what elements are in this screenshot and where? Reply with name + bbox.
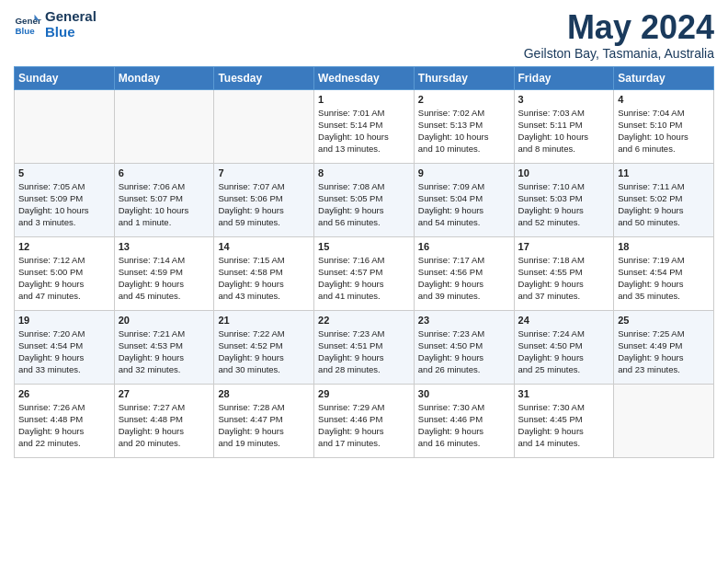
day-number: 3 — [518, 94, 610, 105]
day-info: Sunrise: 7:14 AMSunset: 4:59 PMDaylight:… — [119, 254, 210, 303]
calendar-cell: 11Sunrise: 7:11 AMSunset: 5:02 PMDayligh… — [614, 163, 714, 236]
calendar-cell: 9Sunrise: 7:09 AMSunset: 5:04 PMDaylight… — [414, 163, 514, 236]
day-info: Sunrise: 7:15 AMSunset: 4:58 PMDaylight:… — [218, 254, 310, 303]
weekday-header-saturday: Saturday — [614, 66, 714, 89]
day-info: Sunrise: 7:30 AMSunset: 4:45 PMDaylight:… — [518, 401, 610, 450]
day-info: Sunrise: 7:01 AMSunset: 5:14 PMDaylight:… — [318, 107, 410, 155]
title-area: May 2024 Geilston Bay, Tasmania, Austral… — [524, 9, 714, 61]
day-number: 16 — [418, 241, 510, 252]
day-info: Sunrise: 7:06 AMSunset: 5:07 PMDaylight:… — [119, 180, 210, 229]
calendar-cell: 13Sunrise: 7:14 AMSunset: 4:59 PMDayligh… — [114, 236, 214, 310]
day-number: 29 — [318, 388, 410, 399]
day-number: 24 — [518, 315, 610, 326]
day-info: Sunrise: 7:08 AMSunset: 5:05 PMDaylight:… — [318, 180, 410, 229]
weekday-header-row: SundayMondayTuesdayWednesdayThursdayFrid… — [15, 66, 714, 89]
day-info: Sunrise: 7:05 AMSunset: 5:09 PMDaylight:… — [18, 180, 110, 229]
weekday-header-sunday: Sunday — [15, 66, 115, 89]
location-title: Geilston Bay, Tasmania, Australia — [524, 46, 714, 61]
day-number: 5 — [18, 167, 110, 178]
calendar-cell — [214, 89, 314, 163]
day-number: 10 — [518, 167, 610, 178]
day-info: Sunrise: 7:23 AMSunset: 4:50 PMDaylight:… — [418, 327, 510, 376]
day-number: 22 — [318, 315, 410, 326]
calendar-cell: 3Sunrise: 7:03 AMSunset: 5:11 PMDaylight… — [514, 89, 614, 163]
weekday-header-thursday: Thursday — [414, 66, 514, 89]
day-number: 27 — [119, 388, 210, 399]
calendar-cell: 17Sunrise: 7:18 AMSunset: 4:55 PMDayligh… — [514, 236, 614, 310]
day-number: 31 — [518, 388, 610, 399]
calendar-cell — [15, 89, 115, 163]
day-info: Sunrise: 7:12 AMSunset: 5:00 PMDaylight:… — [18, 254, 110, 303]
day-info: Sunrise: 7:11 AMSunset: 5:02 PMDaylight:… — [618, 180, 710, 229]
calendar-week-row: 12Sunrise: 7:12 AMSunset: 5:00 PMDayligh… — [15, 236, 714, 310]
day-number: 6 — [119, 167, 210, 178]
calendar-cell: 26Sunrise: 7:26 AMSunset: 4:48 PMDayligh… — [15, 384, 115, 457]
day-number: 8 — [318, 167, 410, 178]
svg-text:Blue: Blue — [16, 25, 36, 35]
day-number: 13 — [119, 241, 210, 252]
day-info: Sunrise: 7:09 AMSunset: 5:04 PMDaylight:… — [418, 180, 510, 229]
calendar-cell: 21Sunrise: 7:22 AMSunset: 4:52 PMDayligh… — [214, 310, 314, 384]
calendar-week-row: 26Sunrise: 7:26 AMSunset: 4:48 PMDayligh… — [15, 384, 714, 457]
day-info: Sunrise: 7:26 AMSunset: 4:48 PMDaylight:… — [18, 401, 110, 450]
calendar-cell: 18Sunrise: 7:19 AMSunset: 4:54 PMDayligh… — [614, 236, 714, 310]
calendar-week-row: 5Sunrise: 7:05 AMSunset: 5:09 PMDaylight… — [15, 163, 714, 236]
day-info: Sunrise: 7:10 AMSunset: 5:03 PMDaylight:… — [518, 180, 610, 229]
day-number: 4 — [618, 94, 710, 105]
day-info: Sunrise: 7:24 AMSunset: 4:50 PMDaylight:… — [518, 327, 610, 376]
day-info: Sunrise: 7:27 AMSunset: 4:48 PMDaylight:… — [119, 401, 210, 450]
day-info: Sunrise: 7:28 AMSunset: 4:47 PMDaylight:… — [218, 401, 310, 450]
calendar-cell: 22Sunrise: 7:23 AMSunset: 4:51 PMDayligh… — [314, 310, 415, 384]
calendar-cell: 4Sunrise: 7:04 AMSunset: 5:10 PMDaylight… — [614, 89, 714, 163]
day-number: 2 — [418, 94, 510, 105]
day-number: 9 — [418, 167, 510, 178]
day-info: Sunrise: 7:30 AMSunset: 4:46 PMDaylight:… — [418, 401, 510, 450]
calendar-cell — [114, 89, 214, 163]
day-number: 28 — [218, 388, 310, 399]
weekday-header-tuesday: Tuesday — [214, 66, 314, 89]
day-number: 25 — [618, 315, 710, 326]
calendar-cell: 15Sunrise: 7:16 AMSunset: 4:57 PMDayligh… — [314, 236, 415, 310]
calendar-cell: 10Sunrise: 7:10 AMSunset: 5:03 PMDayligh… — [514, 163, 614, 236]
calendar-cell: 6Sunrise: 7:06 AMSunset: 5:07 PMDaylight… — [114, 163, 214, 236]
month-title: May 2024 — [524, 9, 714, 46]
calendar-cell: 2Sunrise: 7:02 AMSunset: 5:13 PMDaylight… — [414, 89, 514, 163]
calendar-week-row: 19Sunrise: 7:20 AMSunset: 4:54 PMDayligh… — [15, 310, 714, 384]
day-info: Sunrise: 7:18 AMSunset: 4:55 PMDaylight:… — [518, 254, 610, 303]
calendar-table: SundayMondayTuesdayWednesdayThursdayFrid… — [14, 66, 714, 458]
day-info: Sunrise: 7:16 AMSunset: 4:57 PMDaylight:… — [318, 254, 410, 303]
calendar-cell: 25Sunrise: 7:25 AMSunset: 4:49 PMDayligh… — [614, 310, 714, 384]
day-number: 12 — [18, 241, 110, 252]
header: General Blue General Blue May 2024 Geils… — [14, 9, 714, 61]
day-number: 14 — [218, 241, 310, 252]
day-info: Sunrise: 7:23 AMSunset: 4:51 PMDaylight:… — [318, 327, 410, 376]
day-info: Sunrise: 7:07 AMSunset: 5:06 PMDaylight:… — [218, 180, 310, 229]
calendar-cell: 30Sunrise: 7:30 AMSunset: 4:46 PMDayligh… — [414, 384, 514, 457]
calendar-cell: 28Sunrise: 7:28 AMSunset: 4:47 PMDayligh… — [214, 384, 314, 457]
day-info: Sunrise: 7:29 AMSunset: 4:46 PMDaylight:… — [318, 401, 410, 450]
calendar-cell: 24Sunrise: 7:24 AMSunset: 4:50 PMDayligh… — [514, 310, 614, 384]
calendar-cell: 5Sunrise: 7:05 AMSunset: 5:09 PMDaylight… — [15, 163, 115, 236]
day-number: 17 — [518, 241, 610, 252]
calendar-week-row: 1Sunrise: 7:01 AMSunset: 5:14 PMDaylight… — [15, 89, 714, 163]
logo-general: General — [45, 9, 97, 25]
calendar-cell: 12Sunrise: 7:12 AMSunset: 5:00 PMDayligh… — [15, 236, 115, 310]
day-info: Sunrise: 7:02 AMSunset: 5:13 PMDaylight:… — [418, 107, 510, 155]
day-number: 19 — [18, 315, 110, 326]
calendar-page: General Blue General Blue May 2024 Geils… — [0, 0, 728, 472]
day-info: Sunrise: 7:25 AMSunset: 4:49 PMDaylight:… — [618, 327, 710, 376]
calendar-cell: 19Sunrise: 7:20 AMSunset: 4:54 PMDayligh… — [15, 310, 115, 384]
logo-icon: General Blue — [14, 11, 41, 39]
day-info: Sunrise: 7:21 AMSunset: 4:53 PMDaylight:… — [119, 327, 210, 376]
day-number: 21 — [218, 315, 310, 326]
logo-area: General Blue General Blue — [14, 9, 97, 40]
calendar-cell: 29Sunrise: 7:29 AMSunset: 4:46 PMDayligh… — [314, 384, 415, 457]
calendar-cell: 31Sunrise: 7:30 AMSunset: 4:45 PMDayligh… — [514, 384, 614, 457]
calendar-cell: 1Sunrise: 7:01 AMSunset: 5:14 PMDaylight… — [314, 89, 415, 163]
logo-blue: Blue — [45, 25, 97, 40]
day-info: Sunrise: 7:04 AMSunset: 5:10 PMDaylight:… — [618, 107, 710, 155]
day-number: 18 — [618, 241, 710, 252]
calendar-cell: 16Sunrise: 7:17 AMSunset: 4:56 PMDayligh… — [414, 236, 514, 310]
day-number: 26 — [18, 388, 110, 399]
calendar-cell — [614, 384, 714, 457]
